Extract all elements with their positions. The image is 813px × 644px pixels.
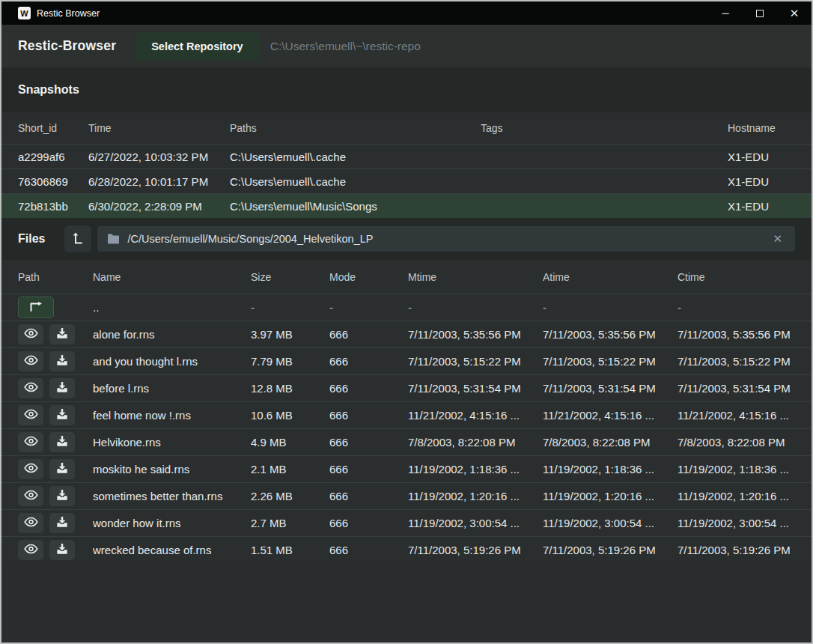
eye-icon [24,490,38,502]
empty-area [1,563,812,643]
navigate-up-button[interactable] [18,297,54,318]
files-current-path: /C/Users/emuell/Music/Songs/2004_Helveti… [127,233,770,245]
file-name[interactable]: .. [93,301,251,314]
clear-path-icon[interactable]: ✕ [770,231,785,247]
snapshot-row[interactable]: 76306869 6/28/2022, 10:01:17 PM C:\Users… [1,168,812,193]
preview-file-button[interactable] [18,324,43,344]
file-name[interactable]: feel home now !.rns [93,409,251,422]
window-controls: ─ ✕ [708,1,812,25]
file-name[interactable]: sometimes better than.rns [93,490,251,502]
preview-file-button[interactable] [18,459,43,479]
files-table-header: Path Name Size Mode Mtime Atime Ctime [1,260,812,294]
up-right-arrow-icon [28,302,43,314]
file-name[interactable]: moskito he said.rns [93,463,251,476]
minimize-icon: ─ [722,7,728,19]
file-mode: 666 [329,490,408,502]
file-size: 7.79 MB [251,355,329,368]
preview-file-button[interactable] [18,432,43,452]
files-path-bar[interactable]: /C/Users/emuell/Music/Songs/2004_Helveti… [97,226,795,252]
preview-file-button[interactable] [18,351,43,371]
snapshot-row[interactable]: a2299af6 6/27/2022, 10:03:32 PM C:\Users… [1,144,812,168]
file-atime: 11/19/2002, 1:18:36 ... [543,463,678,476]
snapshot-time: 6/28/2022, 10:01:17 PM [88,175,230,188]
preview-file-button[interactable] [18,540,43,560]
file-name[interactable]: alone for.rns [93,328,251,341]
maximize-button[interactable] [743,1,777,25]
file-row: before l.rns 12.8 MB 666 7/11/2003, 5:31… [1,374,812,401]
file-mode: 666 [329,436,408,449]
file-row: wonder how it.rns 2.7 MB 666 11/19/2002,… [1,509,812,536]
preview-file-button[interactable] [18,378,43,398]
file-mode: 666 [329,355,408,368]
download-file-button[interactable] [49,513,75,533]
go-to-root-button[interactable] [64,225,91,252]
file-ctime: 7/11/2003, 5:19:26 PM [678,544,812,556]
file-size: 10.6 MB [251,409,329,422]
file-ctime: 11/19/2002, 1:20:16 ... [678,490,812,502]
snapshot-row[interactable]: 72b813bb 6/30/2022, 2:28:09 PM C:\Users\… [1,193,812,218]
download-file-button[interactable] [49,540,75,560]
file-row: alone for.rns 3.97 MB 666 7/11/2003, 5:3… [1,321,812,347]
column-header-name[interactable]: Name [93,271,251,283]
file-ctime: 11/19/2002, 3:00:54 ... [678,517,812,529]
download-file-button[interactable] [49,351,75,371]
snapshots-table-header: Short_id Time Paths Tags Hostname [1,112,812,144]
column-header-tags[interactable]: Tags [481,122,728,134]
column-header-hostname[interactable]: Hostname [728,122,812,134]
file-atime: 7/11/2003, 5:35:56 PM [543,328,678,341]
download-file-button[interactable] [49,405,75,425]
file-mtime: 11/19/2002, 1:20:16 ... [408,490,543,502]
file-ctime: 11/21/2002, 4:15:16 ... [678,409,812,422]
column-header-path[interactable]: Path [18,271,93,283]
column-header-time[interactable]: Time [88,122,230,134]
file-name[interactable]: wrecked because of.rns [93,544,251,556]
snapshot-time: 6/30/2022, 2:28:09 PM [88,200,230,213]
preview-file-button[interactable] [18,513,43,533]
snapshot-paths: C:\Users\emuell\.cache [230,175,481,188]
download-file-button[interactable] [49,459,75,479]
preview-file-button[interactable] [18,486,43,506]
column-header-atime[interactable]: Atime [543,271,678,283]
snapshot-short-id: 76306869 [18,175,88,188]
column-header-ctime[interactable]: Ctime [678,271,812,283]
column-header-mtime[interactable]: Mtime [408,271,543,283]
minimize-button[interactable]: ─ [708,1,743,25]
column-header-mode[interactable]: Mode [329,271,408,283]
download-file-button[interactable] [49,432,75,452]
column-header-paths[interactable]: Paths [230,122,481,134]
file-name[interactable]: wonder how it.rns [93,517,251,529]
download-icon [56,489,68,503]
eye-icon [24,409,38,422]
preview-file-button[interactable] [18,405,43,425]
eye-icon [24,355,38,368]
file-size: 3.97 MB [251,328,329,341]
snapshot-short-id: a2299af6 [18,151,88,163]
app-title: Restic-Browser [18,38,116,54]
file-name[interactable]: before l.rns [93,382,251,395]
download-icon [56,381,68,395]
download-icon [56,462,68,476]
file-mtime: 7/11/2003, 5:31:54 PM [408,382,543,395]
file-name[interactable]: Helvikone.rns [93,436,251,449]
file-atime: - [543,301,678,314]
file-mode: - [329,301,408,314]
file-name[interactable]: and you thought l.rns [93,355,251,368]
download-file-button[interactable] [49,486,75,506]
file-row: moskito he said.rns 2.1 MB 666 11/19/200… [1,455,812,482]
files-title: Files [18,232,45,246]
column-header-size[interactable]: Size [251,271,329,283]
snapshot-hostname: X1-EDU [728,200,812,213]
file-ctime: - [678,301,812,314]
window-title: Restic Browser [37,8,100,19]
snapshot-hostname: X1-EDU [728,151,812,163]
file-mtime: 7/8/2003, 8:22:08 PM [408,436,543,449]
select-repository-button[interactable]: Select Repository [136,32,259,61]
repository-path-field[interactable]: C:\Users\emuell\~\restic-repo [270,40,421,53]
snapshots-section-header: Snapshots [1,67,812,112]
close-button[interactable]: ✕ [777,1,812,25]
column-header-short-id[interactable]: Short_id [18,122,88,134]
eye-icon [24,436,38,449]
eye-icon [24,328,38,341]
download-file-button[interactable] [49,324,75,344]
download-file-button[interactable] [49,378,75,398]
